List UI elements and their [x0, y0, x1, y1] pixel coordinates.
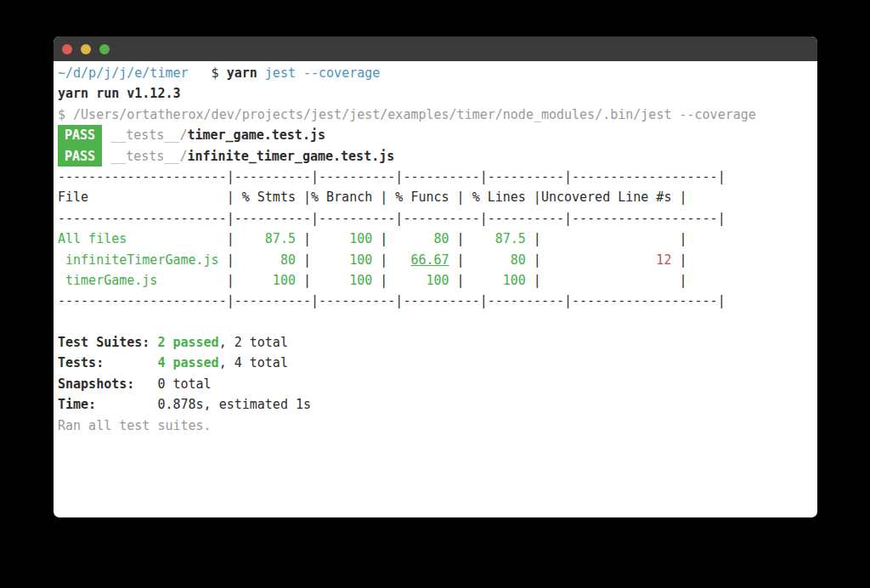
summary-snapshots: Snapshots:0 total: [58, 374, 817, 394]
summary-total: , 4 total: [219, 355, 288, 370]
summary-label: Test Suites:: [58, 332, 157, 353]
column-separator: |: [380, 231, 387, 246]
summary-label: Time:: [58, 394, 157, 415]
command-echo-line: $ /Users/ortatherox/dev/projects/jest/je…: [58, 105, 817, 125]
coverage-row-all-files: All files|87.5|100|80|87.5||: [58, 229, 817, 249]
column-separator: |: [679, 189, 686, 205]
cell-lines: 100: [465, 270, 534, 291]
column-separator: |: [303, 252, 311, 268]
cell-funcs: 66.67: [387, 250, 456, 270]
minimize-button[interactable]: [81, 44, 91, 54]
column-separator: |: [679, 231, 686, 246]
summary-passed-count: 2 passed: [157, 335, 218, 350]
header-file: File: [58, 187, 227, 207]
header-branch: % Branch: [311, 187, 380, 207]
summary-total: 0 total: [157, 376, 211, 392]
yarn-version-line: yarn run v1.12.3: [58, 83, 817, 104]
prompt-line: ~/d/p/j/j/e/timer $ yarn jest --coverage: [58, 63, 817, 83]
test-file-name: timer_game.test.js: [187, 127, 325, 143]
summary-label: Snapshots:: [58, 374, 157, 394]
summary-test-suites: Test Suites:2 passed, 2 total: [58, 332, 817, 353]
summary-tests: Tests:4 passed, 4 total: [58, 353, 817, 373]
cell-funcs: 100: [387, 270, 456, 291]
header-lines: % Lines: [465, 187, 534, 207]
column-separator: |: [303, 273, 311, 288]
test-result-row: PASS__tests__/infinite_timer_game.test.j…: [58, 146, 817, 167]
coverage-table-header: File|% Stmts|% Branch|% Funcs|% Lines|Un…: [58, 187, 817, 207]
column-separator: |: [227, 252, 234, 268]
cell-branch: 100: [311, 270, 380, 291]
summary-time: Time:0.878s, estimated 1s: [58, 394, 817, 415]
command-yarn: yarn: [227, 65, 265, 81]
test-file-dir: __tests__/: [110, 149, 187, 164]
command-args: jest --coverage: [265, 65, 380, 81]
column-separator: |: [534, 252, 541, 268]
cell-stmts: 87.5: [234, 229, 303, 249]
test-result-row: PASS__tests__/timer_game.test.js: [58, 125, 817, 145]
coverage-table-divider: ----------------------|----------|------…: [58, 167, 817, 187]
window-titlebar[interactable]: [54, 37, 817, 61]
cell-lines: 80: [465, 250, 534, 270]
cell-uncovered: 12: [541, 250, 680, 270]
close-button[interactable]: [62, 44, 72, 54]
column-separator: |: [534, 273, 541, 288]
cell-branch: 100: [311, 229, 380, 249]
column-separator: |: [227, 231, 234, 246]
summary-label: Tests:: [58, 353, 157, 373]
coverage-table-divider: ----------------------|----------|------…: [58, 208, 817, 229]
cell-file: infiniteTimerGame.js: [58, 250, 227, 270]
column-separator: |: [457, 252, 465, 268]
column-separator: |: [679, 252, 686, 268]
pass-badge: PASS: [58, 146, 102, 167]
column-separator: |: [303, 189, 311, 205]
test-file-name: infinite_timer_game.test.js: [187, 149, 394, 164]
cell-stmts: 80: [234, 250, 303, 270]
column-separator: |: [457, 189, 465, 205]
column-separator: |: [380, 273, 387, 288]
pass-badge: PASS: [58, 125, 102, 145]
terminal-window: ~/d/p/j/j/e/timer $ yarn jest --coverage…: [54, 37, 817, 517]
column-separator: |: [303, 231, 311, 246]
column-separator: |: [534, 189, 541, 205]
column-separator: |: [457, 273, 465, 288]
test-file-dir: __tests__/: [110, 127, 187, 143]
cell-file: All files: [58, 229, 227, 249]
summary-passed-count: 4 passed: [157, 355, 218, 370]
summary-footer: Ran all test suites.: [58, 416, 817, 436]
column-separator: |: [679, 273, 686, 288]
header-funcs: % Funcs: [387, 187, 456, 207]
column-separator: |: [380, 189, 387, 205]
column-separator: |: [457, 231, 465, 246]
terminal-output[interactable]: ~/d/p/j/j/e/timer $ yarn jest --coverage…: [54, 61, 817, 436]
cell-funcs: 80: [387, 229, 456, 249]
cell-stmts: 100: [234, 270, 303, 291]
cell-lines: 87.5: [465, 229, 534, 249]
column-separator: |: [227, 273, 234, 288]
prompt-separator: $: [189, 65, 227, 81]
coverage-row-infinite-timer-game: infiniteTimerGame.js|80|100|66.67|80|12|: [58, 250, 817, 270]
column-separator: |: [534, 231, 541, 246]
summary-total: 0.878s, estimated 1s: [157, 397, 311, 412]
prompt-path: ~/d/p/j/j/e/timer: [58, 65, 189, 81]
header-uncovered: Uncovered Line #s: [541, 187, 680, 207]
column-separator: |: [227, 189, 234, 205]
blank-line: [58, 312, 817, 332]
summary-total: , 2 total: [219, 335, 288, 350]
header-stmts: % Stmts: [234, 187, 303, 207]
column-separator: |: [380, 252, 387, 268]
zoom-button[interactable]: [99, 44, 110, 54]
coverage-table-divider: ----------------------|----------|------…: [58, 291, 817, 311]
coverage-row-timer-game: timerGame.js|100|100|100|100||: [58, 270, 817, 291]
cell-file: timerGame.js: [58, 270, 227, 291]
cell-branch: 100: [311, 250, 380, 270]
